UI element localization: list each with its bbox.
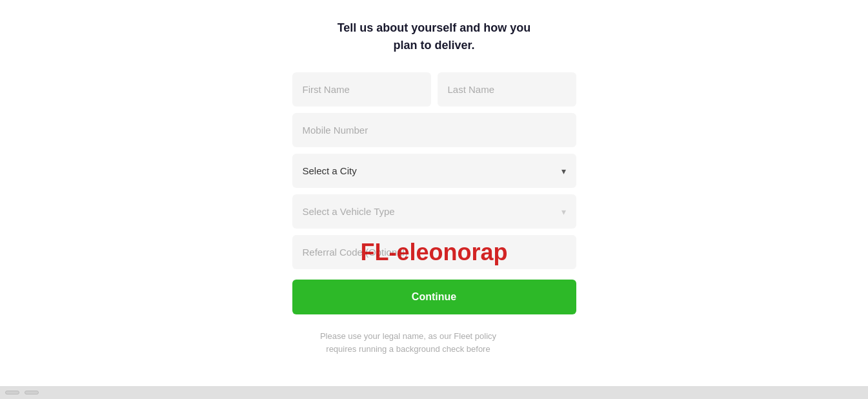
vehicle-select[interactable]: Select a Vehicle Type Car Motorcycle Bic… [292, 194, 576, 229]
signup-form: Select a City New York Los Angeles Chica… [292, 72, 576, 355]
city-select[interactable]: Select a City New York Los Angeles Chica… [292, 154, 576, 188]
form-heading: Tell us about yourself and how you plan … [338, 19, 531, 54]
referral-input[interactable] [292, 235, 576, 269]
bottom-bar [0, 386, 868, 399]
heading-line1: Tell us about yourself and how you [338, 21, 531, 34]
vehicle-select-wrapper: Select a Vehicle Type Car Motorcycle Bic… [292, 194, 576, 229]
mobile-input[interactable] [292, 113, 576, 147]
legal-text: Please use your legal name, as our Fleet… [292, 330, 525, 355]
first-name-input[interactable] [292, 72, 431, 107]
legal-line2: requires running a background check befo… [326, 344, 490, 354]
bottom-bar-button-1[interactable] [5, 391, 19, 394]
name-row [292, 72, 576, 107]
page-container: Tell us about yourself and how you plan … [0, 19, 868, 355]
referral-wrapper: FL-eleonorap [292, 235, 576, 269]
continue-button[interactable]: Continue [292, 280, 576, 314]
city-select-wrapper: Select a City New York Los Angeles Chica… [292, 154, 576, 188]
last-name-input[interactable] [438, 72, 576, 107]
legal-line1: Please use your legal name, as our Fleet… [320, 331, 496, 341]
heading-line2: plan to deliver. [393, 39, 474, 52]
mobile-row [292, 113, 576, 147]
bottom-bar-button-2[interactable] [25, 391, 39, 394]
